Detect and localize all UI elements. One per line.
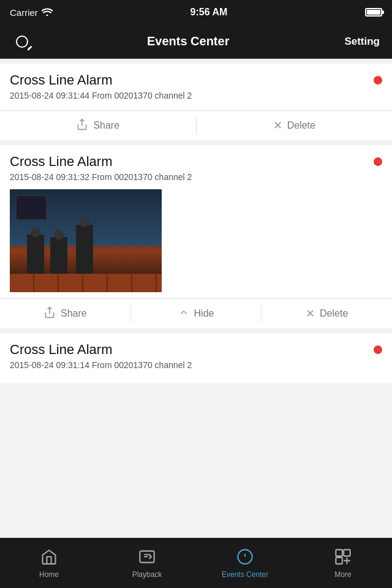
more-icon (334, 548, 352, 568)
share-label-1: Share (93, 120, 119, 131)
event-dot-3 (374, 345, 382, 354)
tab-more-label: More (334, 570, 351, 579)
tab-playback[interactable]: Playback (98, 538, 196, 588)
hide-icon-2 (178, 307, 189, 321)
search-button[interactable] (12, 32, 32, 51)
status-bar: Carrier 9:56 AM (0, 0, 392, 24)
event-dot-1 (374, 76, 382, 85)
status-time: 9:56 AM (190, 7, 228, 18)
playback-icon (138, 548, 156, 568)
delete-button-2[interactable]: ✕ Delete (262, 299, 392, 328)
tab-home-label: Home (39, 570, 59, 579)
delete-icon-2: ✕ (306, 307, 315, 320)
event-card-2: Cross Line Alarm 2015-08-24 09:31:32 Fro… (0, 145, 392, 328)
share-button-2[interactable]: Share (0, 299, 130, 328)
thumb-scene-2: 2015-08-24 09:30:44 (10, 189, 162, 292)
brick-wall (10, 274, 162, 292)
event-title-2: Cross Line Alarm (10, 154, 374, 170)
status-battery (365, 8, 382, 17)
share-label-2: Share (61, 308, 87, 319)
search-icon (16, 36, 28, 48)
event-card-3: Cross Line Alarm 2015-08-24 09:31:14 Fro… (0, 333, 392, 383)
event-thumbnail-2[interactable]: 2015-08-24 09:30:44 (10, 189, 162, 292)
event-card-1: Cross Line Alarm 2015-08-24 09:31:44 Fro… (0, 64, 392, 140)
hide-button-2[interactable]: Hide (131, 299, 262, 328)
tab-bar: Home Playback Events Center (0, 538, 392, 588)
event-dot-2 (374, 157, 382, 166)
action-bar-1: Share ✕ Delete (0, 110, 392, 140)
page-title: Events Center (147, 34, 230, 48)
tab-playback-label: Playback (132, 570, 162, 579)
wifi-icon (42, 7, 53, 18)
share-button-1[interactable]: Share (0, 111, 196, 140)
person-3 (76, 225, 93, 274)
event-meta-2: 2015-08-24 09:31:32 From 00201370 channe… (10, 172, 374, 182)
tab-events[interactable]: Events Center (196, 538, 294, 588)
delete-label-1: Delete (287, 120, 315, 131)
event-header-3: Cross Line Alarm 2015-08-24 09:31:14 Fro… (0, 333, 392, 374)
event-meta-3: 2015-08-24 09:31:14 From 00201370 channe… (10, 360, 374, 370)
home-icon (40, 548, 58, 568)
person-1 (27, 235, 44, 274)
svg-rect-6 (336, 549, 342, 556)
nav-bar: Events Center Setting (0, 24, 392, 59)
share-icon-1 (76, 118, 88, 134)
events-list: Cross Line Alarm 2015-08-24 09:31:44 Fro… (0, 59, 392, 538)
tab-events-label: Events Center (222, 570, 268, 579)
battery-icon (365, 8, 382, 17)
event-title-1: Cross Line Alarm (10, 72, 374, 88)
person-2 (50, 237, 67, 274)
event-meta-1: 2015-08-24 09:31:44 From 00201370 channe… (10, 91, 374, 100)
event-info-3: Cross Line Alarm 2015-08-24 09:31:14 Fro… (10, 342, 374, 370)
event-info-1: Cross Line Alarm 2015-08-24 09:31:44 Fro… (10, 72, 374, 100)
share-icon-2 (43, 306, 56, 322)
events-icon (236, 548, 254, 568)
svg-rect-8 (336, 557, 342, 564)
hide-label-2: Hide (194, 308, 214, 319)
setting-button[interactable]: Setting (344, 36, 380, 48)
event-header-2: Cross Line Alarm 2015-08-24 09:31:32 Fro… (0, 145, 392, 186)
event-title-3: Cross Line Alarm (10, 342, 374, 358)
action-bar-2: Share Hide ✕ Delete (0, 298, 392, 328)
delete-button-1[interactable]: ✕ Delete (197, 111, 393, 140)
event-info-2: Cross Line Alarm 2015-08-24 09:31:32 Fro… (10, 154, 374, 182)
event-header-1: Cross Line Alarm 2015-08-24 09:31:44 Fro… (0, 64, 392, 104)
delete-label-2: Delete (320, 308, 348, 319)
status-carrier-wifi: Carrier (10, 7, 53, 18)
delete-icon-1: ✕ (273, 119, 282, 132)
tab-more[interactable]: More (294, 538, 392, 588)
carrier-label: Carrier (10, 7, 38, 18)
svg-rect-7 (344, 549, 350, 556)
tab-home[interactable]: Home (0, 538, 98, 588)
